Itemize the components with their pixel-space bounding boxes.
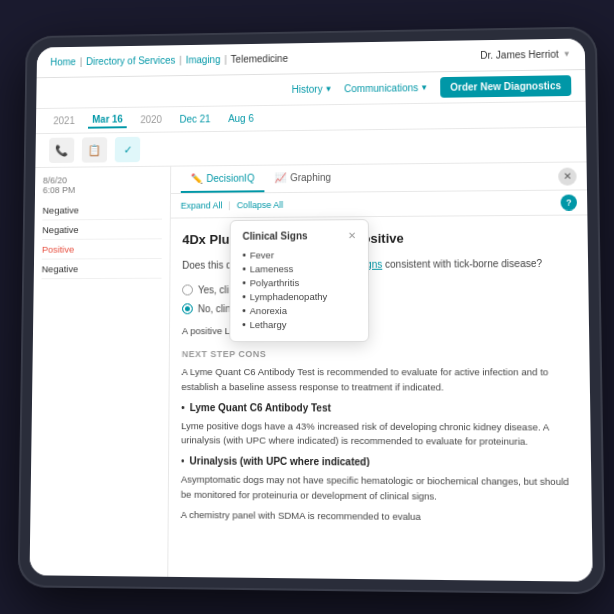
graphing-tab[interactable]: 📈 Graphing	[264, 165, 341, 192]
order-diagnostics-button[interactable]: Order New Diagnostics	[440, 75, 571, 98]
risk-text: Lyme positive dogs have a 43% increased …	[181, 419, 578, 449]
decision-iq-tab[interactable]: ✏️ DecisionIQ	[181, 166, 265, 193]
user-chevron-icon[interactable]: ▼	[563, 50, 571, 59]
chemistry-text: A chemistry panel with SDMA is recommend…	[181, 508, 580, 526]
date-tab-aug6[interactable]: Aug 6	[224, 111, 258, 126]
sidebar-result-2: Negative	[42, 220, 162, 240]
check-icon-button[interactable]: ✓	[115, 137, 141, 163]
sidebar-value-1: Negative	[42, 204, 162, 216]
breadcrumb: Home | Directory of Services | Imaging |…	[50, 53, 288, 67]
date-tab-mar16[interactable]: Mar 16	[88, 112, 127, 129]
bullet-title-2: Urinalysis (with UPC where indicated)	[189, 454, 369, 470]
asymptomatic-text: Asymptomatic dogs may not have specific …	[181, 473, 579, 505]
history-chevron-icon: ▼	[324, 85, 332, 94]
sidebar-result-4: Negative	[42, 259, 162, 279]
panel-tabs: ✏️ DecisionIQ 📈 Graphing ✕	[171, 162, 587, 194]
date-tab-2021[interactable]: 2021	[49, 113, 78, 128]
tablet-device: Home | Directory of Services | Imaging |…	[18, 26, 606, 594]
main-content-area: 8/6/20 6:08 PM Negative Negative Positiv…	[30, 162, 593, 581]
decision-iq-icon: ✏️	[191, 173, 203, 184]
collapse-all-link[interactable]: Collapse All	[237, 200, 284, 210]
bullet-item-2: • Urinalysis (with UPC where indicated)	[181, 454, 579, 471]
history-link[interactable]: History ▼	[292, 84, 333, 95]
communications-chevron-icon: ▼	[420, 83, 428, 92]
date-tab-dec21[interactable]: Dec 21	[176, 112, 215, 127]
breadcrumb-directory[interactable]: Directory of Services	[86, 55, 175, 67]
sidebar-value-3: Positive	[42, 243, 162, 255]
sidebar-result-3: Positive	[42, 239, 162, 259]
popup-list: Fever Lameness Polyarthritis Lymphadenop…	[242, 247, 356, 331]
sidebar-date: 8/6/20 6:08 PM	[43, 175, 163, 196]
sidebar-value-4: Negative	[42, 263, 162, 274]
breadcrumb-imaging[interactable]: Imaging	[186, 54, 221, 65]
icon-bar: 📞 📋 ✓	[35, 128, 586, 168]
bullet-title-1: Lyme Quant C6 Antibody Test	[190, 400, 331, 415]
popup-title: Clinical Signs	[243, 230, 308, 241]
calendar-icon-button[interactable]: 📋	[82, 137, 107, 163]
expand-collapse-bar: Expand All | Collapse All ?	[171, 190, 588, 218]
phone-icon-button[interactable]: 📞	[49, 138, 74, 163]
next-step-label: NEXT STEP CONS	[182, 348, 578, 362]
sidebar-value-2: Negative	[42, 224, 162, 236]
popup-item-lethargy: Lethargy	[242, 317, 356, 331]
breadcrumb-home[interactable]: Home	[50, 56, 76, 67]
decision-panel: ✏️ DecisionIQ 📈 Graphing ✕ Expand All |	[168, 162, 593, 581]
next-step-body: A Lyme Quant C6 Antibody Test is recomme…	[181, 365, 577, 394]
graphing-icon: 📈	[274, 172, 286, 183]
popup-item-polyarthritis: Polyarthritis	[242, 275, 356, 289]
user-info: Dr. James Herriot ▼	[480, 49, 571, 61]
clinical-signs-popup: Clinical Signs ✕ Fever Lameness Polyarth…	[229, 219, 369, 342]
popup-item-lymphadenopathy: Lymphadenopathy	[242, 289, 356, 303]
radio-yes-circle[interactable]	[182, 284, 193, 295]
user-name: Dr. James Herriot	[480, 49, 559, 61]
help-button[interactable]: ?	[561, 194, 578, 210]
bullet-item-1: • Lyme Quant C6 Antibody Test	[181, 400, 578, 416]
communications-link[interactable]: Communications ▼	[344, 82, 428, 94]
tablet-screen: Home | Directory of Services | Imaging |…	[30, 38, 593, 581]
close-panel-button[interactable]: ✕	[558, 167, 577, 185]
right-panel: ✏️ DecisionIQ 📈 Graphing ✕ Expand All |	[168, 162, 593, 581]
popup-item-lameness: Lameness	[242, 261, 356, 275]
popup-close-button[interactable]: ✕	[348, 230, 356, 241]
popup-item-fever: Fever	[242, 247, 355, 262]
popup-header: Clinical Signs ✕	[243, 230, 356, 242]
popup-item-anorexia: Anorexia	[242, 303, 356, 317]
left-sidebar: 8/6/20 6:08 PM Negative Negative Positiv…	[30, 167, 172, 577]
sidebar-result-1: Negative	[42, 200, 162, 221]
date-tab-2020[interactable]: 2020	[136, 112, 166, 127]
expand-all-link[interactable]: Expand All	[181, 200, 223, 210]
breadcrumb-telemedicine: Telemedicine	[231, 53, 288, 65]
radio-no-circle[interactable]	[182, 303, 193, 314]
